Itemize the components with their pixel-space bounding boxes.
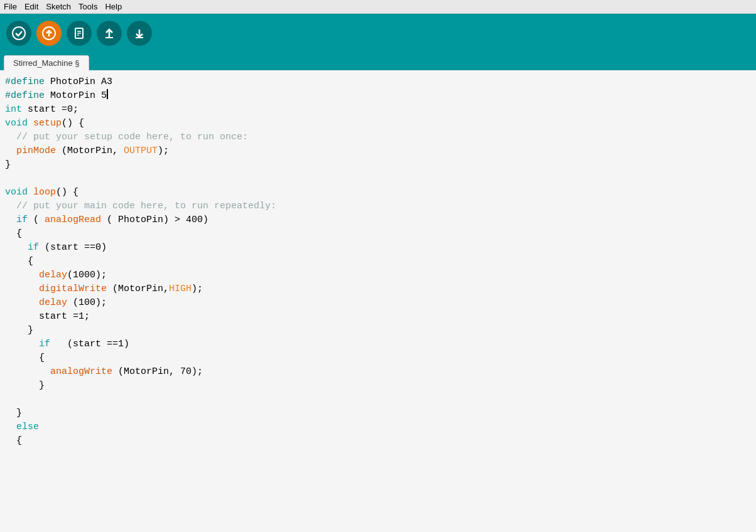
svg-point-0 xyxy=(13,27,25,40)
code-line: else xyxy=(0,420,756,434)
code-line: void loop() { xyxy=(0,186,756,200)
code-line: { xyxy=(0,434,756,448)
code-line: delay(1000); xyxy=(0,269,756,282)
tabbar: Stirred_Machine § xyxy=(0,53,756,70)
text-cursor xyxy=(107,89,108,99)
code-line: } xyxy=(0,379,756,393)
code-line xyxy=(0,393,756,407)
code-line: } xyxy=(0,158,756,172)
code-line: // put your setup code here, to run once… xyxy=(0,130,756,144)
code-line: if (start ==1) xyxy=(0,338,756,351)
code-line: pinMode (MotorPin, OUTPUT); xyxy=(0,144,756,158)
code-line: if (start ==0) xyxy=(0,241,756,255)
menubar: File Edit Sketch Tools Help xyxy=(0,0,756,14)
tab-stirred-machine[interactable]: Stirred_Machine § xyxy=(4,55,89,70)
code-line: digitalWrite (MotorPin,HIGH); xyxy=(0,282,756,296)
code-line: } xyxy=(0,407,756,420)
menu-tools[interactable]: Tools xyxy=(78,2,97,11)
code-line: { xyxy=(0,255,756,269)
toolbar xyxy=(0,14,756,53)
code-line xyxy=(0,172,756,186)
menu-sketch[interactable]: Sketch xyxy=(46,2,71,11)
code-editor[interactable]: #define PhotoPin A3#define MotorPin 5int… xyxy=(0,70,756,532)
code-line: delay (100); xyxy=(0,296,756,310)
menu-file[interactable]: File xyxy=(4,2,17,11)
code-line: #define PhotoPin A3 xyxy=(0,75,756,89)
upload-button[interactable] xyxy=(36,21,62,46)
code-line: // put your main code here, to run repea… xyxy=(0,200,756,213)
code-line: void setup() { xyxy=(0,117,756,130)
verify-button[interactable] xyxy=(6,21,31,46)
menu-edit[interactable]: Edit xyxy=(24,2,38,11)
code-line: if ( analogRead ( PhotoPin) > 400) xyxy=(0,213,756,227)
menu-help[interactable]: Help xyxy=(105,2,122,11)
code-line: int start =0; xyxy=(0,103,756,117)
code-line: start =1; xyxy=(0,310,756,324)
code-line: analogWrite (MotorPin, 70); xyxy=(0,365,756,379)
open-button[interactable] xyxy=(97,21,122,46)
code-line: { xyxy=(0,227,756,241)
new-button[interactable] xyxy=(67,21,92,46)
code-line: { xyxy=(0,351,756,365)
code-line: } xyxy=(0,324,756,338)
code-line: #define MotorPin 5 xyxy=(0,89,756,103)
save-button[interactable] xyxy=(127,21,152,46)
